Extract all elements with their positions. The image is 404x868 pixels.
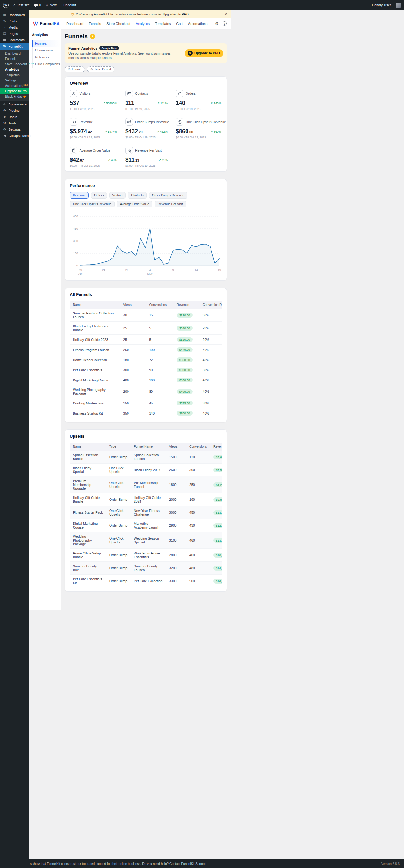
nav-automations[interactable]: Automations bbox=[188, 22, 207, 26]
nav-dashboard[interactable]: Dashboard bbox=[66, 22, 83, 26]
funnel-table-row[interactable]: Fitness Program Launch 250 100 $470.00 4… bbox=[70, 345, 222, 355]
upsell-table-row[interactable]: Fitness Starter Pack One Click Upsells N… bbox=[70, 506, 222, 519]
nav-analytics[interactable]: Analytics bbox=[136, 22, 150, 26]
submenu-item-store-checkout[interactable]: Store CheckoutSETUP bbox=[0, 62, 29, 67]
avatar[interactable] bbox=[396, 2, 401, 7]
upsell-table-row[interactable]: Summer Beauty Box Order Bump Summer Beau… bbox=[70, 562, 222, 575]
submenu-item-settings[interactable]: Settings bbox=[0, 78, 29, 83]
funnelkit-adminbar-item[interactable]: FunnelKit bbox=[62, 3, 76, 7]
views-cell: 30 bbox=[120, 309, 146, 322]
plus-icon: + bbox=[46, 3, 48, 7]
upsell-table-row[interactable]: Premium Membership Upgrade One Click Ups… bbox=[70, 476, 222, 493]
conversions-cell: 15 bbox=[146, 309, 173, 322]
performance-metric-tab[interactable]: Contacts bbox=[128, 192, 147, 198]
performance-metric-tab[interactable]: One Click Upsells Revenue bbox=[70, 201, 115, 208]
wp-footer: s show that FunnelKit users trust our to… bbox=[0, 859, 404, 868]
table-header-row: NameViewsConversionsRevenueConversion Ra… bbox=[70, 301, 222, 309]
revenue-cell: $120.00 bbox=[174, 309, 199, 322]
wp-logo[interactable]: W bbox=[3, 2, 8, 8]
funnel-filter-chip[interactable]: ⊕Funnel bbox=[65, 66, 85, 72]
average-order-value-icon bbox=[70, 147, 77, 154]
upsell-table-row[interactable]: Holiday Gift Guide Bundle Order Bump Hol… bbox=[70, 493, 222, 506]
performance-metric-tab[interactable]: Average Order Value bbox=[117, 201, 152, 208]
close-icon[interactable]: ✕ bbox=[225, 12, 227, 16]
funnel-table-row[interactable]: Business Startup Kit 350 140 $700.00 40% bbox=[70, 408, 222, 418]
funnel-table-row[interactable]: Holiday Gift Guide 2023 25 5 $520.00 20% bbox=[70, 335, 222, 345]
conversion-rate-cell: 30% bbox=[199, 365, 222, 375]
contact-support-link[interactable]: Contact FunnelKit Support bbox=[169, 862, 207, 866]
revenue-badge: $16,500.00 bbox=[213, 579, 222, 584]
upsell-table-row[interactable]: Black Friday Special One Click Upsells B… bbox=[70, 464, 222, 476]
nav-store-checkout[interactable]: Store Checkout bbox=[106, 22, 130, 26]
submenu-item-funnels[interactable]: Funnels bbox=[0, 56, 29, 62]
site-name-link[interactable]: ⌂Test site bbox=[13, 3, 30, 7]
funnel-table-row[interactable]: Summer Fashion Collection Launch 30 15 $… bbox=[70, 309, 222, 322]
column-header: Conversions bbox=[186, 443, 210, 451]
table-header-row: NameTypeFunnel NameViewsConversionsReven… bbox=[70, 443, 222, 451]
upsell-table-row[interactable]: Wedding Photography Package One Click Up… bbox=[70, 532, 222, 549]
trend-up-icon: ↗ bbox=[157, 101, 160, 105]
sidebar-item-posts[interactable]: ✎Posts bbox=[0, 18, 29, 24]
upsell-table-row[interactable]: Spring Essentials Bundle Order Bump Spri… bbox=[70, 451, 222, 464]
funnel-table-row[interactable]: Black Friday Electronics Bundle 25 5 $34… bbox=[70, 322, 222, 335]
plus-circle-icon: ⊕ bbox=[68, 68, 70, 71]
performance-metric-tab[interactable]: Revenue bbox=[70, 192, 89, 198]
sidebar-item-settings[interactable]: ⚙Settings bbox=[0, 126, 29, 133]
views-cell: 2000 bbox=[166, 493, 186, 506]
sidebar-item-pages[interactable]: ❏Pages bbox=[0, 31, 29, 37]
sample-data-badge: Sample Data bbox=[99, 46, 119, 50]
analytics-nav-utm-campaigns[interactable]: UTM Campaigns bbox=[32, 61, 61, 68]
crown-icon: ♛ bbox=[90, 34, 95, 39]
performance-metric-tab[interactable]: Revenue Per Visit bbox=[155, 201, 186, 208]
submenu-item-analytics[interactable]: Analytics bbox=[0, 67, 29, 72]
sidebar-item-tools[interactable]: ⚒Tools bbox=[0, 120, 29, 126]
funnel-table-row[interactable]: Wedding Photography Package 200 80 $400.… bbox=[70, 385, 222, 398]
upsell-table-row[interactable]: Pet Care Essentials Kit Order Bump Pet C… bbox=[70, 575, 222, 588]
funnel-table-row[interactable]: Home Decor Collection 180 72 $360.00 40% bbox=[70, 355, 222, 365]
sidebar-item-appearance[interactable]: ✑Appearance bbox=[0, 101, 29, 107]
revenue-per-visit-icon bbox=[125, 147, 133, 154]
conversions-cell: 80 bbox=[146, 385, 173, 398]
submenu-item-automations[interactable]: AutomationsNEW bbox=[0, 83, 29, 88]
performance-metric-tab[interactable]: Visitors bbox=[109, 192, 126, 198]
comments-indicator[interactable]: 0 bbox=[34, 3, 41, 7]
submenu-item-black-friday[interactable]: Black Friday bbox=[0, 94, 29, 99]
nav-templates[interactable]: Templates bbox=[155, 22, 171, 26]
sidebar-item-funnelkit[interactable]: WFunnelKit bbox=[0, 43, 29, 50]
funnel-table-row[interactable]: Cooking Masterclass 150 45 $675.00 30% bbox=[70, 398, 222, 408]
column-header: Revenue bbox=[174, 301, 199, 309]
time-period-filter-chip[interactable]: ⊕Time Period bbox=[87, 66, 114, 72]
upgrade-to-pro-button[interactable]: ♛ Upgrade to PRO bbox=[185, 49, 223, 57]
sidebar-item-collapse-menu[interactable]: ◀Collapse Menu bbox=[0, 133, 29, 139]
upsell-table-row[interactable]: Home Office Setup Bundle Order Bump Work… bbox=[70, 549, 222, 562]
media-icon: ♪ bbox=[3, 26, 7, 29]
analytics-nav-funnels[interactable]: Funnels bbox=[32, 40, 61, 47]
upsell-table-row[interactable]: Digital Marketing Course Order Bump Mark… bbox=[70, 519, 222, 532]
submenu-item-dashboard[interactable]: Dashboard bbox=[0, 51, 29, 56]
sidebar-item-plugins[interactable]: ❖Plugins bbox=[0, 107, 29, 114]
revenue-cell: $4,250.00 bbox=[210, 476, 222, 493]
sidebar-item-users[interactable]: ☻Users bbox=[0, 114, 29, 120]
performance-metric-tab[interactable]: Orders bbox=[91, 192, 107, 198]
sidebar-item-comments[interactable]: Comments bbox=[0, 37, 29, 43]
submenu-item-templates[interactable]: Templates bbox=[0, 72, 29, 78]
funnelkit-logo[interactable]: FunnelKit bbox=[33, 21, 59, 26]
howdy-user[interactable]: Howdy, user bbox=[372, 3, 391, 7]
sidebar-item-media[interactable]: ♪Media bbox=[0, 24, 29, 31]
funnel-table-row[interactable]: Digital Marketing Course 400 160 $800.00… bbox=[70, 375, 222, 385]
upgrade-pro-link[interactable]: Upgrading to PRO bbox=[163, 12, 189, 16]
sidebar-item-dashboard[interactable]: ▦Dashboard bbox=[0, 12, 29, 18]
nav-funnels[interactable]: Funnels bbox=[89, 22, 101, 26]
performance-metric-tab[interactable]: Order Bumps Revenue bbox=[149, 192, 187, 198]
nav-cart[interactable]: Cart bbox=[176, 22, 183, 26]
upsell-name-cell: Spring Essentials Bundle bbox=[70, 451, 106, 464]
analytics-nav-referrers[interactable]: Referrers bbox=[32, 54, 61, 61]
analytics-nav-conversions[interactable]: Conversions bbox=[32, 47, 61, 54]
views-cell: 150 bbox=[120, 398, 146, 408]
fire-icon bbox=[23, 95, 26, 98]
gear-icon[interactable]: ⚙ bbox=[215, 22, 219, 26]
funnel-table-row[interactable]: Pet Care Essentials 300 90 $900.00 30% bbox=[70, 365, 222, 375]
submenu-item-upgrade-to-pro[interactable]: Upgrade to Pro bbox=[0, 88, 29, 94]
new-content-button[interactable]: +New bbox=[46, 3, 57, 7]
help-icon[interactable]: ? bbox=[222, 22, 227, 26]
